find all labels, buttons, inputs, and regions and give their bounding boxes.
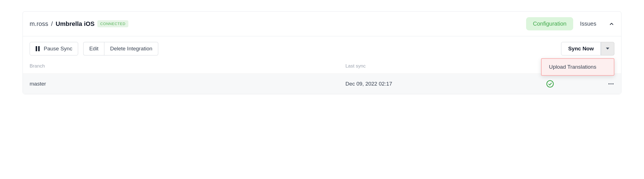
cell-actions — [579, 80, 614, 87]
integration-panel: m.ross / Umbrella iOS CONNECTED Configur… — [23, 11, 621, 94]
svg-point-3 — [547, 80, 553, 87]
tab-issues[interactable]: Issues — [573, 17, 603, 30]
svg-point-6 — [612, 83, 614, 84]
status-badge: CONNECTED — [97, 20, 128, 27]
col-header-branch: Branch — [30, 63, 345, 69]
breadcrumb: m.ross / Umbrella iOS CONNECTED — [30, 20, 128, 28]
svg-rect-1 — [38, 46, 40, 51]
svg-rect-0 — [36, 46, 37, 51]
sync-dropdown-menu: Upload Translations — [541, 58, 614, 76]
header-right: Configuration Issues — [526, 17, 614, 30]
tab-configuration[interactable]: Configuration — [526, 17, 573, 30]
sync-now-button[interactable]: Sync Now — [561, 42, 601, 55]
svg-point-4 — [608, 83, 610, 84]
cell-branch: master — [30, 81, 345, 87]
pause-sync-label: Pause Sync — [44, 46, 72, 52]
cell-status — [521, 80, 579, 88]
upload-translations-item[interactable]: Upload Translations — [542, 59, 614, 75]
toolbar-left: Pause Sync Edit Delete Integration — [30, 42, 158, 55]
col-header-lastsync: Last sync — [345, 63, 521, 69]
caret-down-icon — [606, 48, 609, 50]
delete-integration-button[interactable]: Delete Integration — [104, 42, 158, 55]
breadcrumb-project: Umbrella iOS — [56, 20, 94, 28]
more-horizontal-icon[interactable] — [608, 80, 614, 87]
edit-delete-group: Edit Delete Integration — [83, 42, 158, 55]
breadcrumb-separator: / — [51, 20, 53, 28]
sync-dropdown-toggle[interactable] — [601, 42, 614, 55]
table-row: master Dec 09, 2022 02:17 — [23, 73, 621, 94]
cell-lastsync: Dec 09, 2022 02:17 — [345, 81, 521, 87]
pause-icon — [36, 46, 40, 51]
panel-header: m.ross / Umbrella iOS CONNECTED Configur… — [23, 12, 621, 36]
sync-now-group: Sync Now — [561, 42, 614, 55]
pause-sync-button[interactable]: Pause Sync — [30, 42, 78, 55]
chevron-up-icon[interactable] — [609, 21, 614, 27]
table-header: Branch Last sync — [23, 61, 621, 73]
check-circle-icon — [546, 80, 554, 88]
svg-point-5 — [610, 83, 612, 84]
svg-marker-2 — [606, 48, 609, 50]
edit-button[interactable]: Edit — [83, 42, 104, 55]
breadcrumb-owner: m.ross — [30, 20, 48, 28]
toolbar: Pause Sync Edit Delete Integration Sync … — [23, 36, 621, 61]
